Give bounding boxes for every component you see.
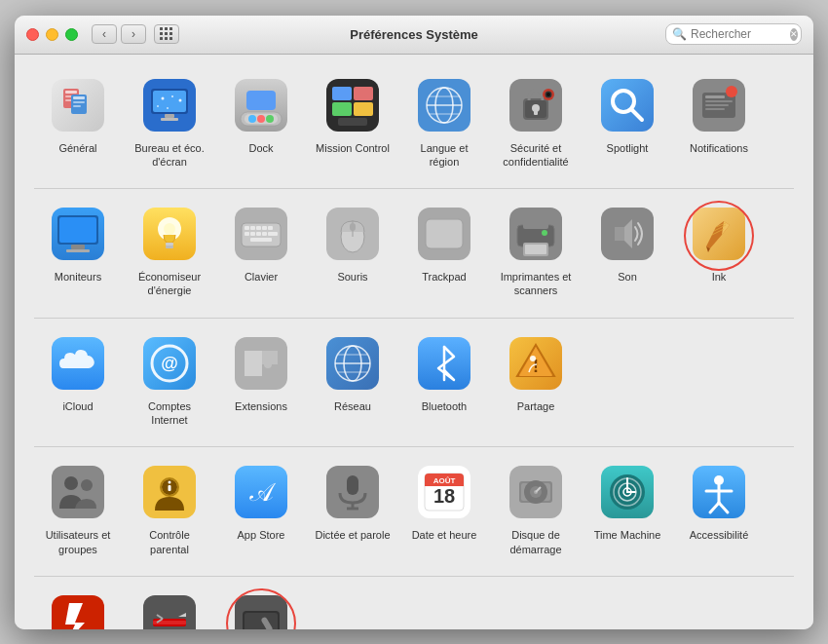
- pref-item-imprimantes[interactable]: Imprimantes et scanners: [492, 199, 580, 304]
- search-box[interactable]: 🔍 ✕: [665, 23, 802, 45]
- pref-item-son[interactable]: Son: [583, 199, 671, 304]
- grid-view-button[interactable]: [154, 24, 179, 44]
- maximize-button[interactable]: [65, 28, 78, 41]
- label-accessibilite: Accessibilité: [690, 528, 749, 542]
- pref-item-wacom[interactable]: Tablette Wacom: [217, 587, 305, 629]
- grid-icon: [160, 27, 173, 41]
- svg-point-119: [81, 479, 93, 491]
- pref-item-utilisateurs[interactable]: Utilisateurs et groupes: [34, 457, 122, 562]
- section-section-other: Flash Player Perian Tablette Wacom: [34, 587, 794, 629]
- svg-point-92: [542, 230, 547, 236]
- pref-item-moniteurs[interactable]: Moniteurs: [34, 199, 122, 304]
- label-controle: Contrôle parental: [130, 528, 209, 556]
- icon-utilisateurs: [52, 466, 104, 522]
- pref-item-economiseur[interactable]: Économiseur d'énergie: [126, 199, 213, 304]
- svg-rect-28: [354, 87, 373, 100]
- label-appstore: App Store: [238, 528, 285, 542]
- pref-item-ink[interactable]: Ink: [675, 199, 763, 304]
- search-input[interactable]: [691, 27, 788, 41]
- svg-point-16: [167, 107, 169, 109]
- pref-item-mission[interactable]: Mission Control: [309, 70, 396, 175]
- label-mission: Mission Control: [316, 141, 390, 155]
- icon-mission: [326, 79, 379, 135]
- label-timemachine: Time Machine: [594, 528, 661, 542]
- svg-rect-27: [332, 87, 352, 100]
- svg-rect-76: [256, 232, 261, 236]
- icon-wrap-general: [49, 78, 107, 136]
- icon-clavier: [235, 208, 287, 264]
- forward-button[interactable]: ›: [121, 24, 146, 44]
- pref-item-perian[interactable]: Perian: [126, 587, 213, 629]
- icon-ink: [693, 208, 745, 264]
- icon-imprimantes: [509, 208, 562, 264]
- svg-rect-18: [161, 118, 178, 121]
- pref-item-dictee[interactable]: Dictée et parole: [309, 457, 396, 562]
- svg-point-116: [530, 356, 536, 361]
- pref-item-trackpad[interactable]: Trackpad: [400, 199, 488, 304]
- svg-rect-46: [601, 79, 654, 132]
- svg-text:18: 18: [433, 485, 455, 507]
- pref-item-icloud[interactable]: iCloud: [34, 328, 122, 434]
- pref-item-langue[interactable]: Langue et région: [400, 70, 488, 175]
- pref-item-dock[interactable]: Dock: [217, 70, 305, 175]
- svg-rect-25: [246, 91, 276, 110]
- svg-rect-83: [350, 223, 356, 231]
- icon-trackpad: [418, 208, 470, 264]
- svg-point-45: [546, 93, 550, 96]
- icon-disque: [509, 466, 562, 522]
- label-dock: Dock: [248, 141, 273, 155]
- pref-item-spotlight[interactable]: Spotlight: [583, 70, 671, 175]
- section-section-system: Utilisateurs et groupes Contrôle parenta…: [34, 457, 794, 577]
- pref-item-appstore[interactable]: 𝒜 App Store: [217, 457, 305, 562]
- pref-item-date[interactable]: AOÛT 18 Date et heure: [400, 457, 488, 562]
- pref-item-reseau[interactable]: Réseau: [309, 328, 396, 434]
- pref-item-controle[interactable]: Contrôle parental: [126, 457, 213, 562]
- icon-wrap-utilisateurs: [49, 465, 107, 523]
- pref-item-disque[interactable]: Disque de démarrage: [492, 457, 580, 562]
- svg-rect-128: [347, 475, 358, 495]
- main-window: ‹ › Préférences Système 🔍 ✕: [15, 16, 813, 629]
- pref-item-securite[interactable]: Sécurité et confidentialité: [492, 70, 580, 175]
- search-icon: 🔍: [672, 27, 687, 41]
- pref-item-notifications[interactable]: Notifications: [675, 70, 763, 175]
- svg-rect-73: [268, 226, 273, 230]
- pref-item-desktop[interactable]: Bureau et éco. d'écran: [126, 70, 213, 175]
- label-reseau: Réseau: [334, 399, 371, 413]
- back-button[interactable]: ‹: [92, 24, 117, 44]
- svg-point-55: [726, 86, 737, 97]
- pref-item-bluetooth[interactable]: Bluetooth: [400, 328, 488, 434]
- pref-item-souris[interactable]: Souris: [309, 199, 396, 304]
- close-button[interactable]: [26, 28, 39, 41]
- icon-flashplayer: [52, 595, 104, 629]
- pref-item-clavier[interactable]: Clavier: [217, 199, 305, 304]
- icon-wrap-moniteurs: [49, 207, 107, 265]
- pref-item-general[interactable]: Général: [34, 70, 122, 175]
- minimize-button[interactable]: [46, 28, 58, 41]
- pref-item-timemachine[interactable]: Time Machine: [583, 457, 671, 562]
- pref-item-flashplayer[interactable]: Flash Player: [34, 587, 122, 629]
- pref-item-accessibilite[interactable]: Accessibilité: [675, 457, 763, 562]
- icon-partage: !: [509, 337, 562, 394]
- icon-general: [52, 79, 104, 135]
- icon-wrap-comptes: @: [140, 336, 199, 395]
- svg-rect-30: [354, 102, 373, 116]
- nav-buttons: ‹ ›: [92, 24, 179, 44]
- icon-wrap-controle: [140, 465, 199, 523]
- icon-wrap-perian: [140, 594, 199, 629]
- icon-notifications: [693, 79, 745, 135]
- search-clear-button[interactable]: ✕: [790, 28, 798, 41]
- section-section-personal: Général Bureau et éco. d'écran Dock: [34, 70, 794, 190]
- label-icloud: iCloud: [62, 399, 93, 413]
- svg-rect-72: [262, 226, 267, 230]
- svg-rect-91: [525, 245, 546, 254]
- pref-item-partage[interactable]: ! Partage: [492, 328, 580, 434]
- icon-securite: [509, 79, 562, 135]
- pref-item-extensions[interactable]: Extensions: [217, 328, 305, 434]
- svg-rect-77: [262, 232, 267, 236]
- svg-rect-117: [52, 466, 104, 518]
- icon-wrap-dock: [232, 78, 290, 136]
- svg-rect-74: [245, 232, 249, 236]
- pref-item-comptes[interactable]: @ Comptes Internet: [126, 328, 213, 434]
- section-section-hardware: Moniteurs Économiseur d'énergie: [34, 199, 794, 319]
- icon-wrap-mission: [323, 78, 382, 136]
